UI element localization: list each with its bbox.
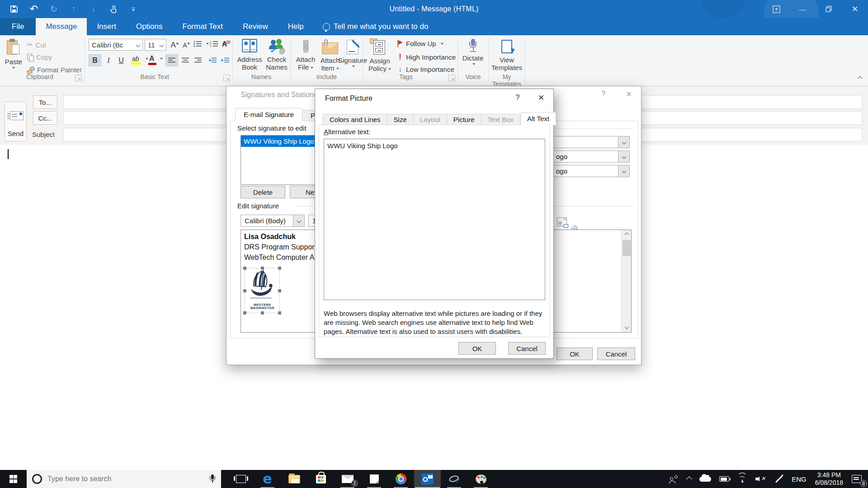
align-right-button[interactable] — [192, 54, 204, 66]
grow-font-button[interactable]: A▴ — [168, 39, 181, 51]
battery-icon[interactable] — [715, 470, 733, 488]
chevron-down-icon[interactable] — [618, 165, 629, 177]
alternative-text-input[interactable]: WWU Viking Ship Logo — [324, 139, 545, 300]
italic-button[interactable]: I — [102, 54, 115, 66]
minimize-button[interactable]: — — [789, 0, 816, 18]
tab-options[interactable]: Options — [126, 18, 173, 35]
underline-button[interactable]: U — [115, 54, 127, 66]
windows-ink-icon[interactable] — [770, 470, 788, 488]
taskbar-chrome[interactable] — [387, 470, 414, 488]
taskbar-search[interactable] — [27, 470, 221, 488]
taskbar-edge[interactable]: e — [254, 470, 281, 488]
viking-ship-logo[interactable]: WESTERN WASHINGTON — [245, 268, 280, 313]
tab-insert[interactable]: Insert — [87, 18, 126, 35]
signature-font-combo[interactable]: Calibri (Body) — [241, 215, 305, 227]
tray-clock[interactable]: 3:48 PM 6/08/2018 — [811, 471, 848, 487]
action-center-button[interactable]: 9 — [848, 470, 868, 488]
scroll-down-icon[interactable] — [622, 323, 632, 332]
basic-text-dialog-launcher-icon[interactable]: ↘ — [223, 75, 230, 81]
cc-button[interactable]: Cc... — [33, 111, 57, 125]
signature-scrollbar[interactable] — [621, 230, 631, 332]
format-picture-help-button[interactable]: ? — [511, 93, 524, 103]
font-size-combo[interactable]: 11 — [145, 39, 166, 51]
taskbar-store[interactable] — [307, 470, 334, 488]
tags-dialog-launcher-icon[interactable]: ↘ — [448, 75, 455, 81]
view-templates-button[interactable]: View Templates — [493, 39, 521, 72]
taskbar-file-explorer[interactable] — [281, 470, 307, 488]
tab-colors-and-lines[interactable]: Colors and Lines — [323, 114, 387, 125]
tab-format-text[interactable]: Format Text — [173, 18, 233, 35]
tab-file[interactable]: File — [0, 18, 36, 35]
task-view-button[interactable] — [227, 470, 254, 488]
scrollbar-thumb[interactable] — [623, 240, 631, 256]
tab-email-signature[interactable]: E-mail Signature — [235, 108, 302, 121]
taskbar-sticky-notes[interactable] — [361, 470, 387, 488]
tab-review[interactable]: Review — [233, 18, 278, 35]
taskbar-paint[interactable] — [467, 470, 494, 488]
close-button[interactable]: ✕ — [842, 0, 868, 18]
tab-message[interactable]: Message — [36, 18, 87, 35]
format-picture-ok-button[interactable]: OK — [458, 342, 496, 355]
dictate-button[interactable]: Dictate — [461, 39, 485, 65]
signature-button[interactable]: Signature — [343, 39, 363, 67]
tray-chevron-up-icon[interactable] — [683, 470, 695, 488]
search-input[interactable] — [47, 475, 204, 483]
shrink-font-button[interactable]: A▾ — [180, 39, 193, 51]
address-book-button[interactable]: Address Book — [236, 39, 263, 71]
taskbar-snipping-tool[interactable]: ✂ — [441, 470, 467, 488]
low-importance-button[interactable]: ↓ Low Importance — [397, 65, 454, 73]
check-names-button[interactable]: ✔@ Check Names — [264, 39, 289, 71]
tab-alt-text[interactable]: Alt Text — [520, 112, 556, 125]
font-name-combo[interactable]: Calibri (Bc — [89, 39, 143, 51]
tab-picture[interactable]: Picture — [447, 114, 481, 125]
language-indicator[interactable]: ENG — [788, 470, 811, 488]
tell-me-box[interactable]: Tell me what you want to do — [316, 18, 435, 35]
copy-button[interactable]: Copy — [27, 53, 52, 61]
assign-policy-button[interactable]: Assign Policy — [367, 39, 392, 73]
signatures-help-button[interactable]: ? — [597, 89, 610, 99]
cut-button[interactable]: ✂ Cut — [27, 41, 46, 49]
signatures-close-button[interactable]: ✕ — [622, 89, 636, 99]
bullets-button[interactable] — [193, 41, 209, 47]
send-button[interactable]: Send — [5, 102, 27, 141]
ribbon-display-options-icon[interactable] — [763, 0, 789, 18]
format-picture-close-button[interactable]: ✕ — [534, 93, 548, 103]
delete-signature-button[interactable]: Delete — [241, 186, 285, 198]
align-left-button[interactable] — [165, 54, 178, 66]
collapse-ribbon-icon[interactable] — [858, 76, 863, 81]
tab-size[interactable]: Size — [387, 114, 414, 125]
scroll-up-icon[interactable] — [622, 230, 632, 239]
attach-item-button[interactable]: Attach Item — [318, 39, 342, 72]
increase-indent-button[interactable] — [219, 54, 231, 66]
clear-formatting-button[interactable]: A — [220, 38, 232, 50]
onedrive-icon[interactable] — [695, 470, 715, 488]
high-importance-button[interactable]: ! High Importance — [397, 52, 456, 62]
restore-button[interactable] — [816, 0, 842, 18]
start-button[interactable] — [0, 470, 27, 488]
tab-help[interactable]: Help — [278, 18, 314, 35]
clipboard-dialog-launcher-icon[interactable]: ↘ — [75, 75, 82, 81]
follow-up-button[interactable]: Follow Up — [397, 40, 443, 47]
taskbar-mail[interactable]: 1 — [334, 470, 361, 488]
volume-muted-icon[interactable]: ✕ — [751, 470, 770, 488]
signatures-cancel-button[interactable]: Cancel — [597, 347, 635, 360]
people-icon[interactable] — [665, 470, 683, 488]
to-button[interactable]: To... — [33, 95, 57, 109]
chevron-down-icon[interactable] — [618, 136, 629, 148]
chevron-down-icon[interactable] — [618, 151, 629, 162]
format-picture-cancel-button[interactable]: Cancel — [508, 342, 546, 355]
insert-picture-icon[interactable] — [557, 217, 567, 226]
wifi-icon[interactable] — [733, 470, 751, 488]
chevron-down-icon[interactable] — [293, 215, 304, 226]
align-center-button[interactable] — [179, 54, 192, 66]
paste-button[interactable]: Paste — [4, 39, 24, 69]
attach-file-button[interactable]: Attach File — [294, 39, 317, 71]
taskbar-outlook[interactable]: O — [414, 470, 441, 488]
font-color-button[interactable]: A — [149, 55, 163, 63]
signatures-ok-button[interactable]: OK — [557, 347, 593, 360]
search-mic-icon[interactable] — [209, 474, 216, 483]
bold-button[interactable]: B — [89, 54, 101, 66]
decrease-indent-button[interactable] — [206, 54, 219, 66]
highlight-button[interactable]: ab — [132, 55, 148, 62]
format-painter-button[interactable]: Format Painter — [27, 66, 82, 74]
